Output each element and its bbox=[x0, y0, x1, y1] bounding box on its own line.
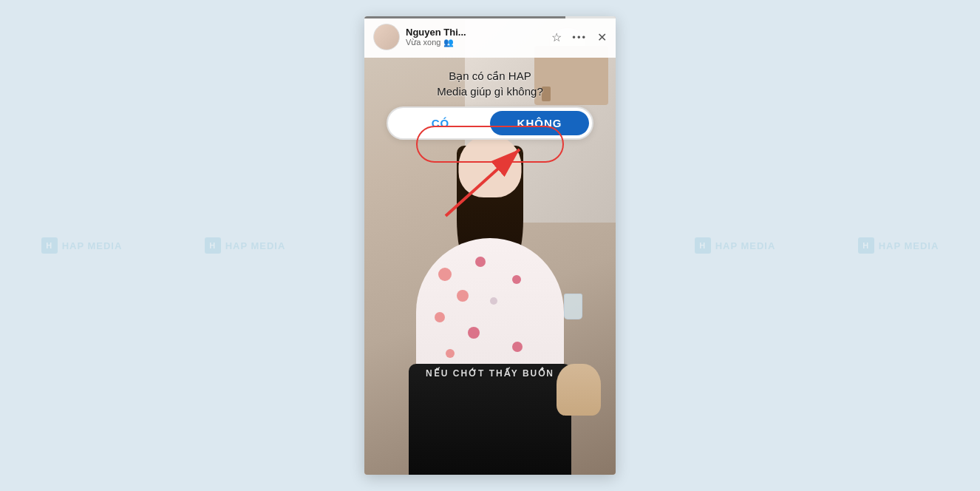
progress-bar bbox=[364, 16, 616, 18]
status: Vừa xong 👥 bbox=[406, 38, 545, 47]
more-icon[interactable]: ••• bbox=[572, 32, 587, 43]
watermark-1: H HAP MEDIA bbox=[41, 237, 123, 254]
question-text: Bạn có cần HAP Media giúp gì không? bbox=[387, 68, 593, 99]
poll-yes-button[interactable]: CÓ bbox=[391, 111, 490, 135]
watermark-icon-6: H bbox=[858, 237, 874, 254]
watermark-icon-5: H bbox=[695, 237, 711, 254]
skirt bbox=[409, 364, 571, 475]
progress-fill bbox=[364, 16, 565, 18]
watermark-6: H HAP MEDIA bbox=[858, 237, 939, 254]
poll-container: CÓ KHÔNG bbox=[387, 106, 593, 140]
username: Nguyen Thi... bbox=[406, 27, 545, 38]
story-header: Nguyen Thi... Vừa xong 👥 ☆ ••• ✕ bbox=[364, 16, 616, 58]
question-box: Bạn có cần HAP Media giúp gì không? CÓ K… bbox=[387, 68, 593, 140]
watermark-icon-1: H bbox=[41, 237, 58, 254]
header-actions: ☆ ••• ✕ bbox=[551, 30, 607, 44]
close-icon[interactable]: ✕ bbox=[597, 30, 607, 44]
watermark-5: H HAP MEDIA bbox=[695, 237, 776, 254]
bag bbox=[557, 364, 601, 416]
watermark-2: H HAP MEDIA bbox=[205, 237, 286, 254]
page-background: H HAP MEDIA H HAP MEDIA H HAP MEDIA H HA… bbox=[0, 0, 980, 491]
glass bbox=[564, 294, 582, 319]
person bbox=[387, 105, 593, 475]
poll-no-button[interactable]: KHÔNG bbox=[490, 111, 589, 135]
bottom-text: NẾU CHỚT THẤY BUỒN bbox=[426, 368, 554, 379]
story-content: Nguyen Thi... Vừa xong 👥 ☆ ••• ✕ Bạn có … bbox=[364, 16, 616, 475]
head bbox=[459, 135, 522, 197]
watermark-icon-2: H bbox=[205, 237, 221, 254]
phone-frame: Nguyen Thi... Vừa xong 👥 ☆ ••• ✕ Bạn có … bbox=[364, 16, 616, 475]
avatar bbox=[373, 24, 400, 50]
star-icon[interactable]: ☆ bbox=[551, 30, 562, 44]
user-info: Nguyen Thi... Vừa xong 👥 bbox=[406, 27, 545, 47]
